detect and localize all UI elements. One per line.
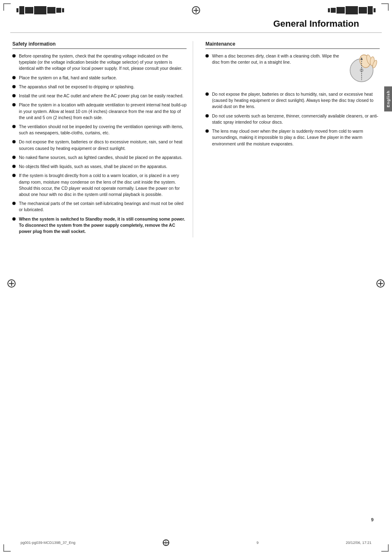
bullet-icon xyxy=(12,85,16,88)
bullet-icon xyxy=(205,129,209,133)
maintenance-heading: Maintenance xyxy=(205,41,380,49)
footer-crosshair xyxy=(163,539,169,546)
footer-print-info: pg001-pg039-MCD139B_37_Eng xyxy=(21,541,76,545)
strip-block xyxy=(337,7,345,14)
safety-heading: Safety information xyxy=(12,41,187,49)
strip-block xyxy=(16,8,18,12)
list-item: Place the system in a location with adeq… xyxy=(12,102,187,121)
center-crosshair xyxy=(192,6,200,14)
bullet-icon xyxy=(205,54,209,58)
bullet-icon xyxy=(12,174,16,177)
strip-block xyxy=(47,7,55,14)
list-item: The apparatus shall not be exposed to dr… xyxy=(12,84,187,90)
page-title: General Information xyxy=(273,18,359,29)
safety-bullet-list: Before operating the system, check that … xyxy=(12,53,187,235)
bullet-icon xyxy=(12,94,16,97)
list-item: The mechanical parts of the set contain … xyxy=(12,200,187,213)
right-strip-group xyxy=(328,6,376,14)
strip-block xyxy=(56,8,61,13)
strip-block xyxy=(62,8,64,12)
list-item: Do not use solvents such as benzene, thi… xyxy=(205,113,380,125)
bullet-icon xyxy=(12,76,16,79)
strip-block xyxy=(359,7,367,14)
list-item: If the system is brought directly from a… xyxy=(12,173,187,198)
list-item: Place the system on a flat, hard and sta… xyxy=(12,75,187,81)
bullet-icon xyxy=(12,165,16,168)
bullet-icon xyxy=(205,114,209,117)
strip-block xyxy=(19,6,24,14)
safety-section: Safety information Before operating the … xyxy=(12,41,193,237)
strip-block xyxy=(328,8,330,12)
corner-mark-tl xyxy=(3,3,11,11)
bullet-icon xyxy=(12,156,16,159)
footer: pg001-pg039-MCD139B_37_Eng 9 20/12/06, 1… xyxy=(0,539,392,546)
list-item: Before operating the system, check that … xyxy=(12,53,187,72)
right-side-crosshair xyxy=(376,279,385,288)
list-item: The lens may cloud over when the player … xyxy=(205,128,380,147)
footer-page-num: 9 xyxy=(256,541,258,545)
language-tab: English xyxy=(384,86,392,111)
bullet-icon xyxy=(12,217,16,221)
page-number: 9 xyxy=(371,517,374,522)
corner-mark-tr xyxy=(381,3,389,11)
list-item: No objects filled with liquids, such as … xyxy=(12,164,187,170)
list-item: Install the unit near the AC outlet and … xyxy=(12,93,187,99)
disc-clean-illustration xyxy=(344,53,380,85)
maintenance-bullet-list: When a disc becomes dirty, clean it with… xyxy=(205,53,380,150)
list-item: Do not expose the system, batteries or d… xyxy=(12,139,187,151)
bullet-icon xyxy=(12,125,16,128)
bullet-icon xyxy=(12,103,16,106)
list-item: The ventilation should not be impeded by… xyxy=(12,124,187,136)
list-item: No naked flame sources, such as lighted … xyxy=(12,154,187,161)
strip-block xyxy=(346,6,358,14)
left-side-crosshair xyxy=(7,279,16,288)
bullet-icon xyxy=(12,202,16,205)
title-section: General Information xyxy=(10,16,382,33)
strip-block xyxy=(34,6,46,14)
bullet-icon xyxy=(205,92,209,96)
footer-date: 20/12/06, 17:21 xyxy=(346,541,371,545)
list-item: When a disc becomes dirty, clean it with… xyxy=(205,53,380,88)
main-content: Safety information Before operating the … xyxy=(0,33,392,237)
bullet-icon xyxy=(12,54,16,58)
list-item-standby: When the system is switched to Standby m… xyxy=(12,216,187,235)
strip-block xyxy=(25,7,33,14)
maintenance-section: Maintenance xyxy=(201,41,380,237)
strip-block xyxy=(374,8,376,12)
top-decorative-bar xyxy=(0,0,392,16)
bullet-icon xyxy=(12,140,16,143)
left-strip-group xyxy=(16,6,64,14)
list-item: Do not expose the player, batteries or d… xyxy=(205,91,380,110)
strip-block xyxy=(331,8,336,13)
strip-block xyxy=(368,6,373,14)
